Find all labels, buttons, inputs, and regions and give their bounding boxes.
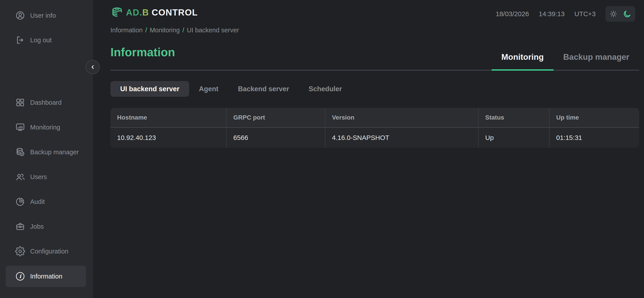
sidebar-item-label: Configuration [30,248,68,255]
sidebar-item-backup-manager[interactable]: Backup manager [6,142,86,163]
logo-text-control: CONTROL [152,7,198,17]
sidebar-item-label: Log out [30,36,52,44]
cell-grpc-port: 6566 [226,128,325,148]
page-title: Information [110,45,175,59]
sidebar-item-configuration[interactable]: Configuration [6,241,86,262]
monitor-chart-icon [15,122,25,132]
subtab-backend-server[interactable]: Backend server [228,81,299,97]
moon-icon[interactable] [623,9,632,18]
header-clock: 18/03/2026 14:39:13 UTC+3 [496,6,635,22]
breadcrumb-item-ui-backend-server[interactable]: UI backend server [187,26,239,34]
sidebar-item-label: Users [30,173,47,181]
sun-icon[interactable] [609,9,618,18]
sidebar-item-jobs[interactable]: Jobs [6,216,86,237]
theme-toggle[interactable] [606,6,635,22]
app-logo[interactable]: AD.BCONTROL [110,6,198,19]
breadcrumb-separator: / [182,26,184,34]
database-stadium-icon [110,6,124,19]
subtab-scheduler[interactable]: Scheduler [299,81,352,97]
column-header-up-time: Up time [549,108,639,127]
column-header-status: Status [478,108,549,127]
dashboard-grid-icon [15,97,25,108]
briefcase-icon [15,221,25,232]
logo-text-ad: AD. [126,7,142,17]
column-header-version: Version [325,108,478,127]
users-icon [15,172,25,182]
sidebar-item-audit[interactable]: Audit [6,191,86,212]
sidebar-item-log-out[interactable]: Log out [6,29,86,51]
sidebar-item-user-info[interactable]: User info [6,5,86,26]
breadcrumb-item-monitoring[interactable]: Monitoring [150,26,180,34]
app-title: AD.BCONTROL [126,7,198,17]
info-circle-icon: i [15,271,25,281]
sidebar-item-label: Audit [30,198,45,205]
sidebar-item-dashboard[interactable]: Dashboard [6,92,86,113]
sidebar-collapse-button[interactable] [86,60,100,74]
pie-chart-icon [15,197,25,207]
table-header-row: HostnameGRPC portVersionStatusUp time [110,108,639,127]
cell-version: 4.16.0-SNAPSHOT [325,128,478,148]
user-icon [15,10,25,20]
logout-icon [15,35,25,45]
breadcrumb-separator: / [145,26,147,34]
sidebar: User infoLog out DashboardMonitoringBack… [0,0,93,298]
cell-status: Up [478,128,549,148]
sidebar-item-label: Jobs [30,223,44,230]
sidebar-item-monitoring[interactable]: Monitoring [6,117,86,138]
subtab-ui-backend-server[interactable]: UI backend server [110,81,189,97]
sub-tabs: UI backend serverAgentBackend serverSche… [110,81,352,97]
table-row: 10.92.40.12365664.16.0-SNAPSHOTUp01:15:3… [110,127,639,148]
tab-monitoring[interactable]: Monitoring [492,52,554,71]
sidebar-item-information[interactable]: iInformation [6,266,86,287]
gear-icon [15,246,25,256]
sidebar-item-label: User info [30,12,56,19]
database-check-icon [15,147,25,157]
timezone: UTC+3 [574,10,596,18]
column-header-hostname: Hostname [110,108,226,127]
logo-text-b: B [142,7,149,17]
sidebar-item-label: Dashboard [30,99,62,106]
sidebar-item-label: Information [30,273,62,280]
current-time: 14:39:13 [539,10,564,18]
subtab-agent[interactable]: Agent [189,81,228,97]
breadcrumb-item-information[interactable]: Information [110,26,142,34]
cell-hostname: 10.92.40.123 [110,128,226,148]
top-tabs: MonitoringBackup manager [492,52,639,71]
svg-text:i: i [19,273,22,279]
column-header-grpc-port: GRPC port [226,108,325,127]
sidebar-item-users[interactable]: Users [6,166,86,187]
server-info-table: HostnameGRPC portVersionStatusUp time 10… [110,108,639,148]
current-date: 18/03/2026 [496,10,529,18]
sidebar-item-label: Backup manager [30,149,79,156]
sidebar-item-label: Monitoring [30,124,60,131]
chevron-left-icon [89,64,96,70]
breadcrumb: Information/Monitoring/UI backend server [110,26,239,34]
tab-backup-manager[interactable]: Backup manager [554,52,639,71]
cell-up-time: 01:15:31 [549,128,639,148]
